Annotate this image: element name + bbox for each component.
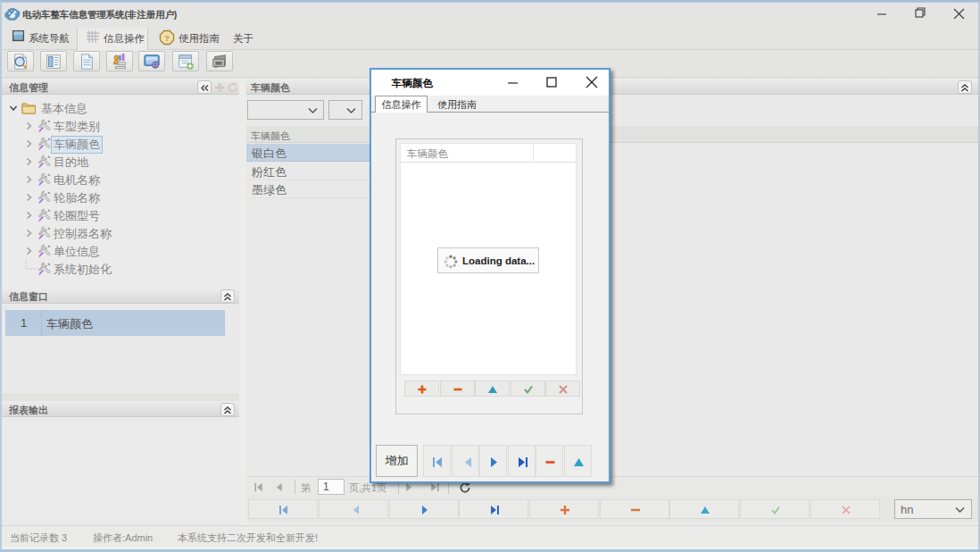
svg-text:?: ? — [164, 33, 170, 43]
